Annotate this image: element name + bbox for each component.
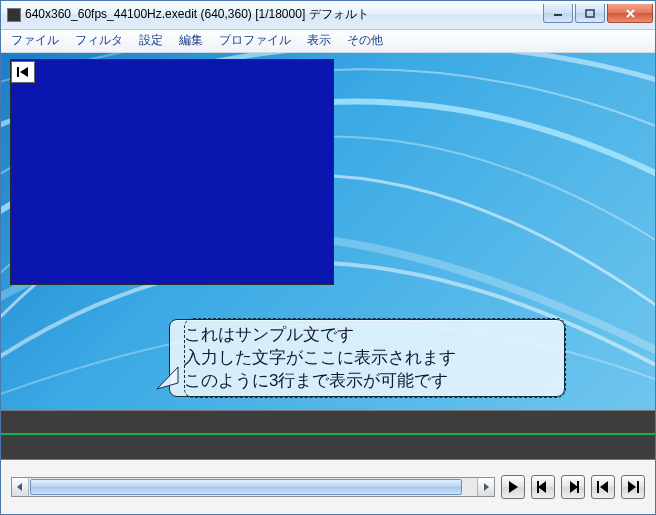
step-back-button[interactable] [531, 475, 555, 499]
svg-rect-1 [586, 10, 594, 17]
scrollbar-track[interactable] [29, 478, 477, 496]
svg-marker-8 [538, 481, 546, 493]
window-buttons [543, 4, 653, 23]
seek-start-button[interactable] [11, 61, 35, 83]
jump-end-icon [627, 481, 639, 493]
chevron-left-icon [17, 483, 23, 491]
menubar: ファイル フィルタ 設定 編集 プロファイル 表示 その他 [1, 30, 655, 53]
svg-marker-3 [20, 67, 28, 77]
app-window: 640x360_60fps_44100Hz.exedit (640,360) [… [0, 0, 656, 515]
timeline-strip[interactable] [1, 410, 655, 460]
menu-filter[interactable]: フィルタ [67, 30, 131, 51]
speech-line-1: これはサンプル文です [184, 324, 554, 347]
play-icon [508, 481, 518, 493]
app-icon [7, 8, 21, 22]
jump-start-button[interactable] [591, 475, 615, 499]
svg-marker-13 [600, 481, 608, 493]
transport-bar [1, 460, 655, 514]
speech-line-2: 入力した文字がここに表示されます [184, 347, 554, 370]
menu-other[interactable]: その他 [339, 30, 391, 51]
svg-rect-12 [597, 481, 599, 493]
menu-settings[interactable]: 設定 [131, 30, 171, 51]
scroll-right-button[interactable] [477, 478, 494, 496]
svg-marker-14 [628, 481, 636, 493]
seek-start-icon [16, 66, 30, 78]
svg-marker-10 [570, 481, 578, 493]
svg-marker-6 [484, 483, 489, 491]
play-button[interactable] [501, 475, 525, 499]
menu-view[interactable]: 表示 [299, 30, 339, 51]
svg-rect-0 [554, 14, 562, 16]
svg-marker-5 [17, 483, 22, 491]
window-title: 640x360_60fps_44100Hz.exedit (640,360) [… [25, 6, 543, 23]
menu-file[interactable]: ファイル [3, 30, 67, 51]
seek-scrollbar[interactable] [11, 477, 495, 497]
minimize-icon [553, 9, 563, 17]
jump-end-button[interactable] [621, 475, 645, 499]
timeline-track-line [1, 433, 655, 435]
maximize-button[interactable] [575, 4, 605, 23]
jump-start-icon [597, 481, 609, 493]
close-button[interactable] [607, 4, 653, 23]
preview-area: これはサンプル文です 入力した文字がここに表示されます このように3行まで表示が… [1, 53, 655, 410]
step-forward-button[interactable] [561, 475, 585, 499]
speech-line-3: このように3行まで表示が可能です [184, 370, 554, 393]
scrollbar-thumb[interactable] [30, 479, 462, 495]
video-object[interactable] [10, 59, 334, 285]
svg-rect-2 [17, 67, 19, 77]
step-forward-icon [567, 481, 579, 493]
close-icon [625, 9, 636, 18]
svg-marker-4 [157, 367, 178, 389]
speech-tail-icon [153, 365, 179, 391]
chevron-right-icon [483, 483, 489, 491]
svg-marker-7 [509, 481, 518, 493]
menu-profile[interactable]: プロファイル [211, 30, 299, 51]
maximize-icon [585, 9, 595, 18]
speech-bubble: これはサンプル文です 入力した文字がここに表示されます このように3行まで表示が… [169, 319, 565, 397]
svg-rect-11 [577, 481, 579, 493]
titlebar[interactable]: 640x360_60fps_44100Hz.exedit (640,360) [… [1, 1, 655, 30]
minimize-button[interactable] [543, 4, 573, 23]
svg-rect-15 [637, 481, 639, 493]
menu-edit[interactable]: 編集 [171, 30, 211, 51]
step-back-icon [537, 481, 549, 493]
speech-bubble-object[interactable]: これはサンプル文です 入力した文字がここに表示されます このように3行まで表示が… [153, 319, 565, 397]
svg-rect-9 [537, 481, 539, 493]
scroll-left-button[interactable] [12, 478, 29, 496]
